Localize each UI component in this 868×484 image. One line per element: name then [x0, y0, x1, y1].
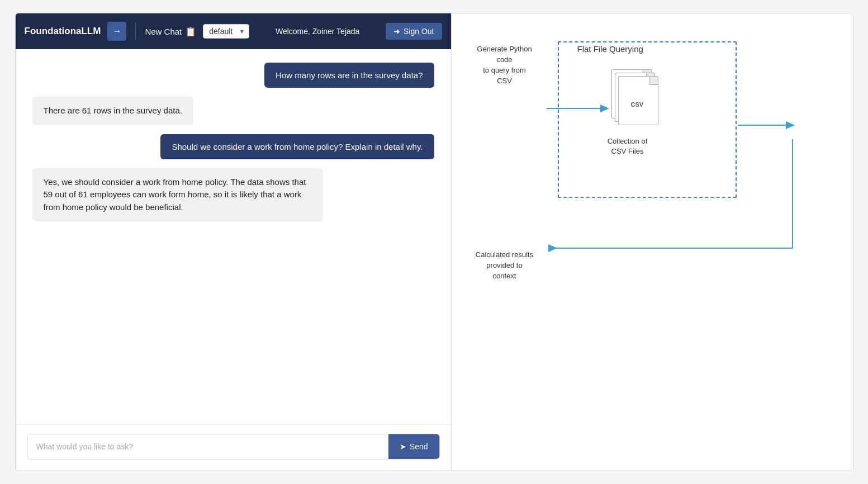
message-text: There are 61 rows in the survey data. [44, 106, 182, 115]
flat-file-label: Flat File Querying [577, 44, 643, 54]
sign-out-label: Sign Out [404, 27, 434, 36]
send-button[interactable]: ➤ Send [388, 434, 439, 459]
input-area: ➤ Send [16, 424, 451, 471]
sign-out-button[interactable]: ➜ Sign Out [386, 23, 442, 40]
message-assistant-1: There are 61 rows in the survey data. [32, 97, 193, 125]
message-user-2: Should we consider a work from home poli… [160, 134, 434, 159]
new-chat-button[interactable]: New Chat 📋 [145, 26, 196, 37]
csv-page-front: CSV [618, 76, 658, 125]
csv-label: CSV [631, 101, 644, 108]
gen-python-label: Generate Python codeto query fromCSV [468, 44, 541, 86]
chat-input[interactable] [27, 434, 388, 459]
message-text: Should we consider a work from home poli… [172, 142, 423, 151]
brand-name-regular: Foundationa [25, 26, 82, 36]
csv-collection-label: Collection ofCSV Files [591, 136, 664, 156]
brand-logo: FoundationaLLM [25, 26, 101, 37]
chat-header: FoundationaLLM → New Chat 📋 default ▼ We… [16, 13, 451, 49]
messages-area: How many rows are in the survey data? Th… [16, 49, 451, 424]
send-label: Send [410, 442, 428, 451]
chat-panel: FoundationaLLM → New Chat 📋 default ▼ We… [16, 13, 452, 471]
message-text: Yes, we should consider a work from home… [44, 177, 306, 212]
message-user-1: How many rows are in the survey data? [264, 63, 434, 88]
send-icon: ➤ [400, 442, 406, 451]
brand-name-bold: LLM [81, 26, 101, 36]
model-dropdown[interactable]: default [203, 24, 249, 39]
diagram-container: Flat File Querying CSV Collection ofCSV … [474, 36, 853, 315]
new-chat-label: New Chat [145, 27, 182, 36]
copy-icon: 📋 [185, 26, 196, 37]
dropdown-wrapper: default ▼ [203, 24, 249, 39]
csv-file-stack: CSV [608, 69, 664, 131]
message-assistant-2: Yes, we should consider a work from home… [32, 168, 323, 222]
header-divider [135, 23, 136, 40]
message-text: How many rows are in the survey data? [276, 70, 423, 80]
app-container: FoundationaLLM → New Chat 📋 default ▼ We… [15, 13, 853, 471]
welcome-text: Welcome, Zoiner Tejada [256, 27, 379, 36]
arrow-button[interactable]: → [107, 22, 126, 41]
input-wrapper: ➤ Send [27, 434, 440, 459]
calc-results-label: Calculated resultsprovided tocontext [468, 250, 541, 282]
diagram-panel: Flat File Querying CSV Collection ofCSV … [452, 13, 853, 471]
sign-out-icon: ➜ [393, 27, 400, 36]
